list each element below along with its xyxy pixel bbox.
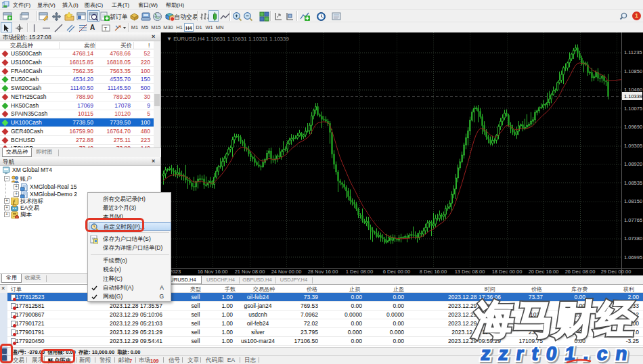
svg-text:21 Nov 08:00: 21 Nov 08:00 (235, 269, 265, 275)
svg-text:1.10339: 1.10339 (624, 93, 642, 99)
svg-text:16 Nov 16:00: 16 Nov 16:00 (198, 269, 228, 275)
svg-text:1.10075: 1.10075 (624, 106, 642, 112)
svg-text:6 Dec 00:00: 6 Dec 00:00 (383, 269, 410, 275)
svg-text:1.07380: 1.07380 (624, 235, 642, 242)
svg-text:1.10460: 1.10460 (624, 87, 642, 93)
svg-text:24 Nov 00:00: 24 Nov 00:00 (271, 269, 302, 275)
svg-text:1.08920: 1.08920 (624, 161, 642, 167)
svg-text:1.08535: 1.08535 (624, 180, 642, 186)
svg-text:1 Dec 08:00: 1 Dec 08:00 (346, 269, 373, 275)
svg-text:1.09305: 1.09305 (624, 143, 642, 149)
svg-text:28 Nov 16:00: 28 Nov 16:00 (308, 269, 338, 275)
svg-text:1.09690: 1.09690 (624, 124, 642, 130)
svg-text:T: T (104, 26, 108, 32)
svg-text:▼ EURUSD,H4 1.10631 1.10631 1: ▼ EURUSD,H4 1.10631 1.10631 1.10331 1.10… (167, 36, 289, 42)
svg-text:1.10850: 1.10850 (624, 68, 642, 74)
svg-text:29 Dec 00:00: 29 Dec 00:00 (601, 269, 631, 275)
svg-text:20 Dec 16:00: 20 Dec 16:00 (529, 269, 559, 275)
svg-text:13 Dec 08:00: 13 Dec 08:00 (455, 269, 485, 275)
svg-text:1.08150: 1.08150 (624, 198, 642, 204)
svg-text:26 Dec 08:00: 26 Dec 08:00 (565, 269, 596, 275)
svg-text:1.11235: 1.11235 (624, 49, 642, 55)
svg-text:8 Dec 16:00: 8 Dec 16:00 (420, 269, 447, 275)
svg-text:1.07765: 1.07765 (624, 217, 642, 223)
svg-text:18 Dec 00:00: 18 Dec 00:00 (492, 269, 523, 275)
svg-text:1.06995: 1.06995 (624, 254, 642, 260)
